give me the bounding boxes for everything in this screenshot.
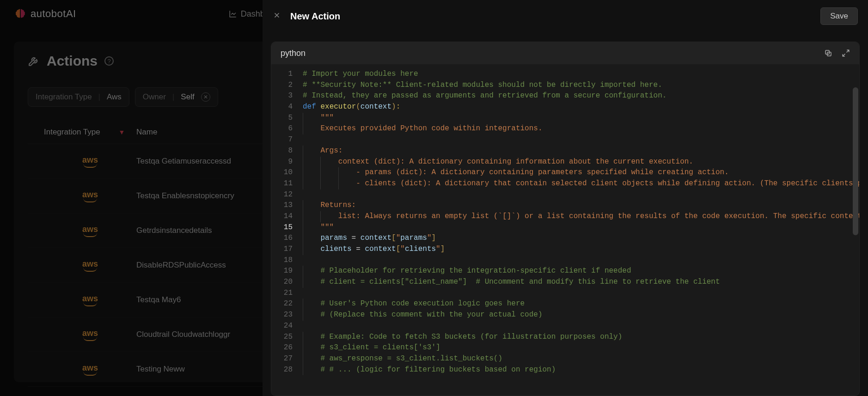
code-language: python [281, 49, 306, 58]
code-content[interactable]: # Import your modules here# **Security N… [299, 64, 859, 396]
scrollbar-thumb[interactable] [853, 87, 858, 235]
close-icon [273, 11, 281, 19]
new-action-drawer: New Action Save python 12345678910111213… [263, 0, 868, 396]
line-gutter: 1234567891011121314151617181920212223242… [271, 64, 299, 396]
copy-button[interactable] [824, 49, 832, 57]
drawer-title: New Action [290, 11, 340, 22]
expand-icon [842, 49, 850, 57]
code-editor: python 123456789101112131415161718192021… [271, 42, 860, 396]
scrollbar[interactable] [852, 87, 858, 395]
save-button[interactable]: Save [820, 7, 858, 25]
expand-button[interactable] [842, 49, 850, 57]
code-body[interactable]: 1234567891011121314151617181920212223242… [271, 64, 859, 396]
copy-icon [824, 49, 832, 57]
close-drawer-button[interactable] [273, 11, 281, 22]
